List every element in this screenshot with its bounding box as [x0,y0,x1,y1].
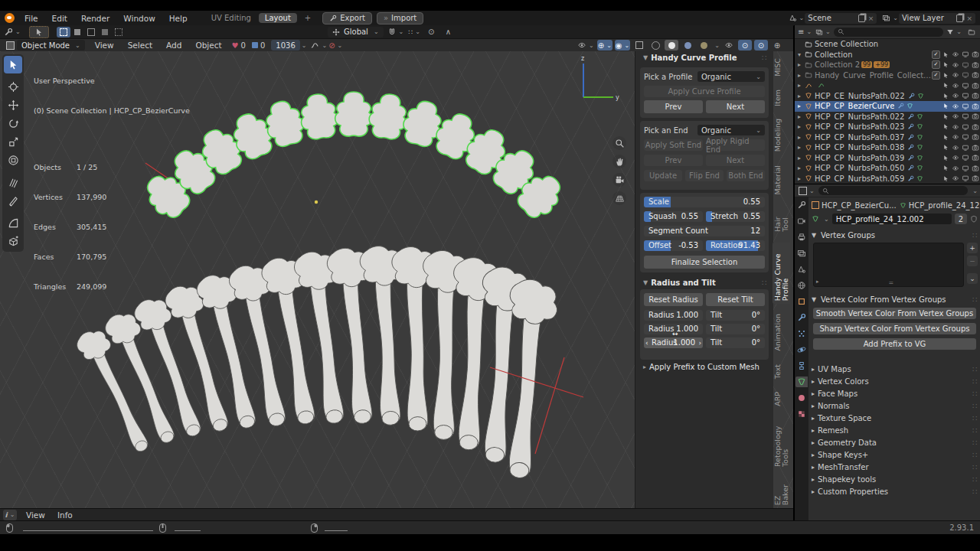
resize-corner-icon[interactable]: ▸ [816,279,819,285]
heart-counter[interactable]: ♥ 0 [232,41,246,50]
datablock-name-field[interactable]: HCP_profile_24_12.002 [832,214,952,224]
apply-rigid-end-button[interactable]: Apply Rigid End [706,139,765,151]
frame-counter[interactable]: 1036 [271,40,299,51]
shading-solid-icon[interactable] [665,40,678,51]
outliner-row-collection-2[interactable]: ▸ Collection 2 99 +99 ✓ [795,60,980,70]
scene-datablock-icon[interactable]: ⌄ [788,13,805,24]
pan-hand-button[interactable] [612,155,626,168]
workspace-tab-layout[interactable]: Layout [259,13,297,23]
expand-icon[interactable]: ▸ [798,175,805,182]
tool-rotate[interactable] [4,115,22,132]
active-tool-cursor-icon[interactable] [29,26,49,38]
drag-dots-icon[interactable]: ∷ [762,279,767,287]
expand-icon[interactable]: ▸ [798,82,805,89]
snap-magnet-icon[interactable]: ⌄ [387,27,405,37]
vgroup-remove-button[interactable]: − [967,256,978,266]
tab-text[interactable]: Text [773,361,783,382]
squash-slider[interactable]: Squash0.55 [644,211,703,222]
rotation-slider[interactable]: Rotation91.43 [706,240,765,251]
properties-editor-icon[interactable]: ⌄ [798,185,815,196]
both-end-button[interactable]: Both End [727,170,765,181]
tab-render-icon[interactable] [795,216,808,227]
expand-icon[interactable]: ▸ [798,93,805,99]
tab-material[interactable]: Material [773,162,783,198]
camera-view-button[interactable] [612,173,626,187]
checkbox-icon[interactable]: ✓ [932,51,940,59]
outliner-search-input[interactable] [834,28,944,37]
outliner-row-hcp-cp-nurbspath-050[interactable]: ▸ HCP_CP_NurbsPath.050 [795,163,980,174]
viewlayer-datablock-icon[interactable]: ⌄ [881,13,899,24]
panel-remesh[interactable]: ▸Remesh∷ [812,425,978,436]
add-prefix-to-vg-button[interactable]: Add Prefix to VG [813,338,976,350]
falloff-curve-icon[interactable]: ∧ [441,27,455,37]
outliner-row-scene-collection[interactable]: Scene Collection [795,39,980,50]
vertex-groups-list[interactable]: ▸ = [813,243,964,287]
orientation-dropdown[interactable]: Global⌄ [328,27,384,37]
tab-modeling[interactable]: Modeling [773,116,783,155]
select-mode-invert-icon[interactable] [98,27,112,37]
users-count-button[interactable]: 2 [955,214,967,224]
breadcrumb-data[interactable]: HCP_profile_24_12... [900,201,980,210]
outliner-row-hcp-ce-nurbspath-022[interactable]: ▸ HCP_CE_NurbsPath.022 [795,91,980,102]
outliner-row-hcp-cp-nurbspath-059[interactable]: ▸ HCP_CP_NurbsPath.059 [795,174,980,184]
reset-tilt-button[interactable]: Reset Tilt [706,293,765,306]
outliner-row-hcp-cp-nurbspath-039[interactable]: ▸ HCP_CP_NurbsPath.039 [795,153,980,164]
sharp-vertex-color-button[interactable]: Sharp Vertex Color From Vertex Groups [813,323,976,334]
tab-constraints-icon[interactable] [795,360,808,371]
datablock-browse-icon[interactable]: ⌄ [824,216,829,223]
menu-render[interactable]: Render [74,14,116,23]
panel-custom-properties[interactable]: ▸Custom Properties∷ [812,486,978,497]
workspace-add-button[interactable]: + [299,13,317,23]
tab-texture-icon[interactable] [795,409,808,419]
shading-wireframe-icon[interactable] [648,40,662,51]
radius-field-3-hover[interactable]: ‹ Radius 1.000 › [644,337,703,348]
menu-help[interactable]: Help [162,14,194,23]
tab-viewlayer-icon[interactable] [795,248,808,259]
panel-shape-keys[interactable]: ▸Shape Keys+∷ [812,449,978,461]
drag-dots-icon[interactable]: ∷ [972,295,978,304]
menu-window[interactable]: Window [116,14,162,23]
gizmos-toggle-icon[interactable]: ⊕⌄ [597,40,612,51]
tab-retopology-tools[interactable]: Retopology Tools [773,416,790,470]
tilt-field-3[interactable]: Tilt0° [706,337,765,348]
drag-dots-icon[interactable]: ∷ [762,54,767,62]
breadcrumb-object[interactable]: HCP_CP_BezierCu... [812,201,897,210]
radius-tilt-title[interactable]: ▼ Radius and Tilt ∷ [642,279,767,287]
outliner-row-hcp-cp-nurbspath-038[interactable]: ▸ HCP_CP_NurbsPath.038 [795,142,980,153]
toggle-b-icon[interactable]: ⊙ [754,40,768,51]
tool-select-box[interactable] [4,56,22,73]
grip-icon[interactable]: = [889,279,894,286]
sphere-add-icon[interactable]: ⊕ [770,40,784,51]
reset-radius-button[interactable]: Reset Radius [644,293,703,306]
radius-field-1[interactable]: Radius1.000 [644,310,703,321]
panel-texture-space[interactable]: ▸Texture Space∷ [812,412,978,424]
select-mode-intersect-icon[interactable] [112,27,126,37]
tool-pen[interactable] [4,192,22,210]
tab-material-icon[interactable] [795,393,808,403]
proportional-edit-icon[interactable]: ⊙ [424,27,438,37]
frame-caret-icon[interactable]: ⌄ [302,42,307,49]
toggle-a-icon[interactable]: ⊙ [738,40,752,51]
expand-icon[interactable]: ▸ [798,155,805,161]
shading-rendered-icon[interactable] [697,40,710,51]
tab-modifiers-icon[interactable] [795,312,808,323]
tab-handy-curve-profile[interactable]: Handy Curve Profile [773,242,790,304]
menu-object[interactable]: Object [188,41,228,50]
tab-scene-icon[interactable] [795,264,808,275]
tool-annotate[interactable] [4,174,22,191]
scene-selector[interactable]: Scene × [805,13,877,24]
expand-icon[interactable]: ▸ [798,123,805,130]
annotation-eye-icon[interactable] [722,40,736,51]
tab-output-icon[interactable] [795,232,808,243]
import-button[interactable]: » Import [377,12,423,24]
blender-logo-icon[interactable] [5,13,15,23]
tool-move[interactable] [4,96,22,114]
apply-soft-end-button[interactable]: Apply Soft End [644,139,703,151]
tab-physics-icon[interactable] [795,344,808,355]
outliner-row-hcp-cp-nurbspath-023[interactable]: ▸ HCP_CP_NurbsPath.023 [795,122,980,132]
mode-dropdown[interactable]: Object Mode⌄ [17,40,85,51]
outliner-row-hcp-cp-nurbspath-037[interactable]: ▸ HCP_CP_NurbsPath.037 [795,132,980,143]
checkbox-icon[interactable]: ✓ [932,71,940,80]
expand-icon[interactable]: ▸ [798,144,805,151]
display-mode-icon[interactable]: ≡⌄ [797,27,812,37]
